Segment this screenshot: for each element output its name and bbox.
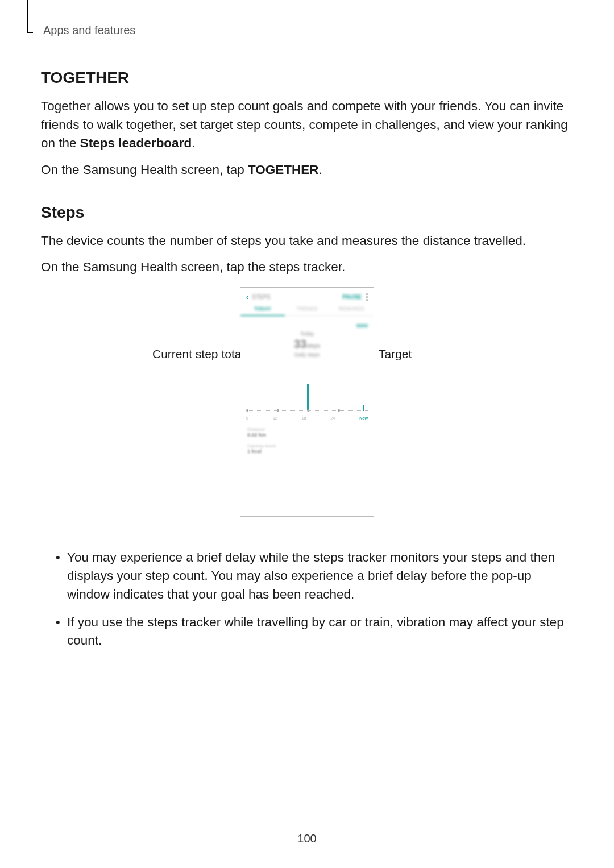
section-steps-title: Steps: [41, 203, 573, 222]
note-block: You may experience a brief delay while t…: [41, 549, 573, 659]
phone-tabs: TODAY TRENDS REWARDS: [240, 306, 374, 316]
note-item: If you use the steps tracker while trave…: [53, 613, 573, 650]
together-paragraph: Together allows you to set up step count…: [41, 97, 573, 153]
note-item: You may experience a brief delay while t…: [53, 549, 573, 604]
steps-figure: Current step total Target ‹ STEPS PAUSE …: [41, 287, 573, 531]
phone-target-value: 6000: [356, 323, 368, 329]
phone-tab-rewards: REWARDS: [329, 306, 374, 316]
more-options-icon: [366, 293, 368, 301]
phone-mockup: ‹ STEPS PAUSE TODAY TRENDS REWARDS 6000 …: [240, 287, 374, 517]
phone-header-right: PAUSE: [342, 293, 368, 301]
phone-stat-distance-value: 0.02 km: [247, 432, 367, 438]
phone-tab-today: TODAY: [240, 306, 285, 316]
phone-step-number: 33: [294, 338, 306, 350]
phone-stat-calories-label: Calories burnt: [247, 443, 367, 448]
phone-stats: Distance 0.02 km Calories burnt 1 kcal: [240, 420, 374, 454]
callout-target: Target: [379, 347, 412, 361]
running-header: Apps and features: [43, 24, 573, 37]
section-together-title: TOGETHER: [41, 69, 573, 87]
phone-tick: 6: [246, 416, 248, 420]
together-instr-bold: TOGETHER: [248, 163, 319, 177]
phone-chart-bar: [307, 384, 309, 411]
phone-tick: Now: [359, 416, 368, 420]
phone-tick: 18: [302, 416, 306, 420]
phone-step-value: 33steps: [240, 338, 374, 351]
phone-sub-label: Daily steps: [240, 352, 374, 358]
phone-chart-ticks: 6 12 18 24 Now: [246, 416, 368, 420]
note-list: You may experience a brief delay while t…: [53, 549, 573, 659]
page-number: 100: [0, 832, 614, 845]
back-chevron-icon: ‹: [246, 293, 248, 301]
phone-today-label: Today: [240, 331, 374, 337]
phone-tick: 24: [330, 416, 335, 420]
phone-header: ‹ STEPS PAUSE: [240, 288, 374, 301]
phone-tab-trends: TRENDS: [285, 306, 329, 316]
phone-pause-label: PAUSE: [342, 294, 362, 300]
phone-header-title: STEPS: [252, 294, 271, 300]
phone-chart: 6 12 18 24 Now: [246, 369, 368, 420]
corner-rule: [27, 0, 28, 32]
steps-paragraph: The device counts the number of steps yo…: [41, 232, 573, 251]
together-instruction: On the Samsung Health screen, tap TOGETH…: [41, 161, 573, 180]
together-instr-post: .: [319, 163, 322, 177]
phone-stat-distance-label: Distance: [247, 427, 367, 432]
phone-chart-baseline: [246, 410, 368, 411]
together-para-bold: Steps leaderboard: [80, 136, 192, 150]
phone-step-unit: steps: [306, 343, 320, 349]
steps-instruction: On the Samsung Health screen, tap the st…: [41, 258, 573, 277]
phone-stat-calories-value: 1 kcal: [247, 448, 367, 454]
together-para-post: .: [192, 136, 195, 150]
phone-center-block: Today 33steps Daily steps: [240, 330, 374, 358]
phone-tick: 12: [273, 416, 277, 420]
callout-current-step-total: Current step total: [152, 347, 244, 361]
together-instr-pre: On the Samsung Health screen, tap: [41, 163, 248, 177]
